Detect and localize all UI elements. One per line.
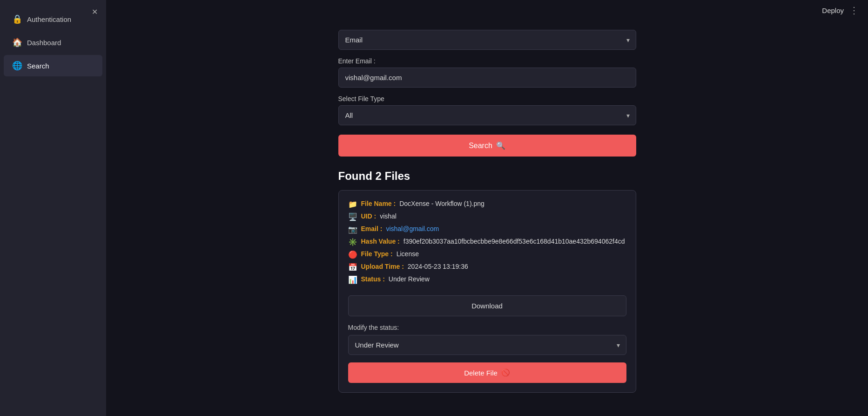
main-content: Deploy ⋮ Email UID Hash Value ▾ Enter Em… bbox=[106, 0, 868, 416]
email-label: Enter Email : bbox=[338, 57, 636, 65]
delete-button[interactable]: Delete File 🚫 bbox=[348, 362, 626, 383]
sidebar-item-search[interactable]: 🌐 Search bbox=[4, 55, 102, 76]
hash-label: Hash Value : bbox=[361, 238, 400, 245]
email-icon: 📷 bbox=[348, 225, 357, 234]
search-button[interactable]: Search 🔍 bbox=[338, 135, 636, 157]
search-button-label: Search bbox=[469, 142, 492, 150]
hash-value: f390ef20b3037aa10fbcbecbbe9e8e66df53e6c1… bbox=[404, 238, 625, 245]
delete-label: Delete File bbox=[464, 369, 498, 377]
filetype-label: File Type : bbox=[361, 250, 393, 258]
results-title: Found 2 Files bbox=[338, 170, 636, 183]
status-select[interactable]: Under Review Approved Rejected bbox=[348, 335, 626, 355]
file-type-label: Select File Type bbox=[338, 95, 636, 102]
topbar: Deploy ⋮ bbox=[106, 0, 868, 20]
uid-value: vishal bbox=[380, 212, 397, 220]
folder-icon: 📁 bbox=[348, 200, 357, 209]
uid-label: UID : bbox=[361, 212, 377, 220]
lock-icon: 🔒 bbox=[12, 14, 22, 24]
home-icon: 🏠 bbox=[12, 37, 22, 48]
filetype-value: License bbox=[397, 250, 419, 258]
file-type-select[interactable]: All License Document Image bbox=[338, 105, 636, 125]
uid-icon: 🖥️ bbox=[348, 212, 357, 221]
hash-row: ✳️ Hash Value : f390ef20b3037aa10fbcbecb… bbox=[348, 238, 626, 246]
file-name-row: 📁 File Name : DocXense - Workflow (1).pn… bbox=[348, 200, 626, 209]
delete-emoji: 🚫 bbox=[501, 368, 510, 377]
status-value: Under Review bbox=[389, 275, 430, 283]
search-form: Email UID Hash Value ▾ Enter Email : Sel… bbox=[338, 30, 636, 397]
file-name-value: DocXense - Workflow (1).png bbox=[399, 200, 484, 207]
email-input[interactable] bbox=[338, 68, 636, 88]
file-name-label: File Name : bbox=[361, 200, 396, 207]
sidebar-item-dashboard[interactable]: 🏠 Dashboard bbox=[4, 32, 102, 53]
upload-row: 📅 Upload Time : 2024-05-23 13:19:36 bbox=[348, 263, 626, 272]
email-row-label: Email : bbox=[361, 225, 383, 232]
deploy-button[interactable]: Deploy bbox=[822, 7, 844, 14]
sidebar-item-label: Authentication bbox=[27, 15, 71, 23]
hash-icon: ✳️ bbox=[348, 238, 357, 246]
upload-value: 2024-05-23 13:19:36 bbox=[408, 263, 468, 270]
search-type-select[interactable]: Email UID Hash Value bbox=[338, 30, 636, 50]
download-button[interactable]: Download bbox=[348, 295, 626, 316]
upload-label: Upload Time : bbox=[361, 263, 404, 270]
status-icon: 📊 bbox=[348, 275, 357, 284]
status-label: Status : bbox=[361, 275, 385, 283]
search-button-emoji: 🔍 bbox=[496, 141, 505, 150]
sidebar-item-label: Dashboard bbox=[27, 39, 61, 47]
uid-row: 🖥️ UID : vishal bbox=[348, 212, 626, 221]
page-content: Email UID Hash Value ▾ Enter Email : Sel… bbox=[106, 20, 868, 416]
close-button[interactable]: ✕ bbox=[89, 7, 100, 17]
filetype-icon: 🔴 bbox=[348, 250, 357, 259]
search-type-wrapper: Email UID Hash Value ▾ bbox=[338, 30, 636, 50]
status-select-wrapper: Under Review Approved Rejected ▾ bbox=[348, 335, 626, 355]
status-row: 📊 Status : Under Review bbox=[348, 275, 626, 284]
more-options-icon[interactable]: ⋮ bbox=[849, 5, 859, 16]
sidebar-item-authentication[interactable]: 🔒 Authentication bbox=[4, 8, 102, 30]
email-row: 📷 Email : vishal@gmail.com bbox=[348, 225, 626, 234]
calendar-icon: 📅 bbox=[348, 263, 357, 272]
globe-icon: 🌐 bbox=[12, 61, 22, 71]
email-link[interactable]: vishal@gmail.com bbox=[386, 225, 439, 232]
sidebar-item-label: Search bbox=[27, 62, 49, 70]
file-type-wrapper: All License Document Image ▾ bbox=[338, 105, 636, 125]
modify-status-label: Modify the status: bbox=[348, 324, 626, 331]
file-card: 📁 File Name : DocXense - Workflow (1).pn… bbox=[338, 190, 636, 393]
sidebar: ✕ 🔒 Authentication 🏠 Dashboard 🌐 Search bbox=[0, 0, 106, 416]
filetype-row: 🔴 File Type : License bbox=[348, 250, 626, 259]
